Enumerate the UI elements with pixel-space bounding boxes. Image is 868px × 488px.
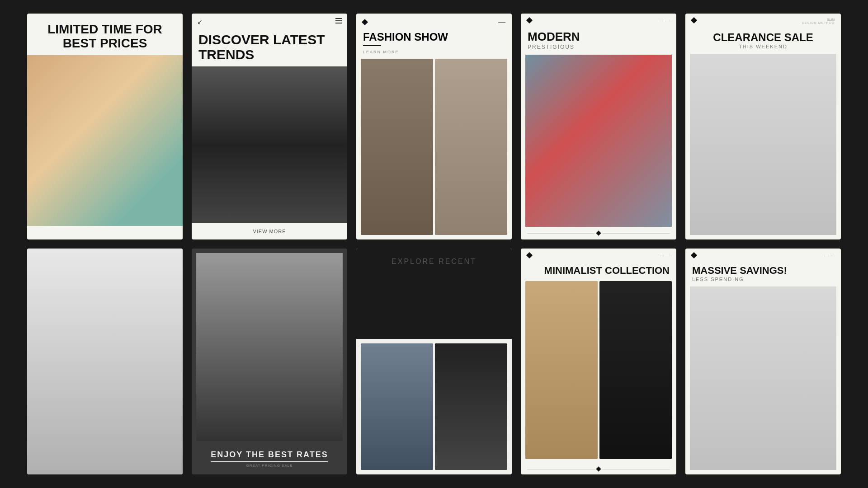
card4-top-bar: — — [521,14,676,28]
card9-top-bar: — — [521,249,676,263]
card9-bottom-bar [521,464,676,474]
card9-deco-line-left [527,469,595,469]
card-dancer[interactable] [27,249,183,474]
card7-title: ENJOY THE BEST RATES [211,450,328,462]
deco-diamond [596,230,601,235]
orange-shirt-photo [690,286,836,470]
card9-meta: — — [660,253,670,258]
card9-title: MINIMALIST COLLECTION [528,265,670,277]
card5-diamond-icon [691,17,697,23]
card9-image-grid [521,281,676,464]
card5-subtitle: THIS WEEKEND [692,44,834,49]
card5-meta-block: SLIM DESIGN METHOD [802,18,835,24]
card10-text-area: MASSIVE SAVINGS! LESS SPENDING [685,263,841,286]
card7-subtitle: GREAT PRICING SALE [198,464,340,468]
card5-top-bar: SLIM DESIGN METHOD [685,14,841,29]
card1-text-area: LIMITED TIME FOR BEST PRICES [27,14,183,55]
card7-image [196,253,343,441]
card4-text-area: MODERN PRESTIGIOUS [521,28,676,55]
card4-diamond-icon [526,17,533,23]
card1-bottom [27,226,183,239]
card-modern[interactable]: — — MODERN PRESTIGIOUS [521,14,676,239]
card7-text-area: ENJOY THE BEST RATES GREAT PRICING SALE [192,446,347,474]
fashion-photo-right [435,59,507,235]
dots-icon: — [498,18,505,26]
card2-text-area: DISCOVER LATEST TRENDS [192,30,347,66]
woman-sunglasses-photo [27,55,183,226]
card4-image [525,55,672,227]
bw-woman-photo [192,66,347,223]
card3-image-grid [356,59,512,239]
woman-dark-photo [435,343,507,470]
card5-meta-text: DESIGN METHOD [802,21,835,24]
card1-title: LIMITED TIME FOR BEST PRICES [36,23,174,51]
main-grid: LIMITED TIME FOR BEST PRICES ↙ DISCOVER … [0,0,868,488]
deco-line-left [527,233,594,234]
deco-line-right [603,233,670,234]
card3-subtitle: LEARN MORE [363,50,505,54]
card8-top-section: EXPLORE RECENT [356,249,512,339]
card-explore[interactable]: EXPLORE RECENT [356,249,512,474]
card5-meta-label1: SLIM [802,18,835,21]
card9-text-area: MINIMALIST COLLECTION [521,263,676,281]
card4-bottom-deco [521,227,676,239]
diamond-icon [362,19,368,25]
card-discover[interactable]: ↙ DISCOVER LATEST TRENDS View More [192,14,347,239]
card2-image [192,66,347,223]
card1-image [27,55,183,226]
card3-text-area: FASHION SHOW LEARN MORE [356,31,512,59]
arrow-icon: ↙ [197,18,203,25]
card9-diamond-icon [526,252,533,258]
card6-image [27,249,183,474]
usa-girl-photo [690,54,836,235]
card2-title: DISCOVER LATEST TRENDS [198,32,340,62]
card-clearance[interactable]: SLIM DESIGN METHOD CLEARANCE SALE THIS W… [685,14,841,239]
card10-image [690,286,836,470]
card3-top-bar: — [356,14,512,31]
city-photo [525,55,672,227]
card-rates[interactable]: ENJOY THE BEST RATES GREAT PRICING SALE [192,249,347,474]
card5-image [690,54,836,235]
card10-diamond-icon [691,252,697,258]
fashion-photo-left [361,59,433,235]
card4-subtitle: PRESTIGIOUS [528,44,670,50]
card10-meta: — — [824,253,835,258]
card10-subtitle: LESS SPENDING [692,277,834,282]
card8-image-grid [356,339,512,474]
jumper-photo [196,253,343,441]
dancer-photo [27,249,183,474]
card5-title: CLEARANCE SALE [692,31,834,44]
camel-coat-photo [525,281,598,459]
menu-icon [335,18,342,25]
man-cap-photo [361,343,433,470]
card9-deco-line-right [602,469,670,469]
card-limited-time[interactable]: LIMITED TIME FOR BEST PRICES [27,14,183,239]
dark-woman-photo [599,281,672,459]
card-fashion-show[interactable]: — FASHION SHOW LEARN MORE [356,14,512,239]
card4-title: MODERN [528,30,670,44]
card3-title: FASHION SHOW [363,31,505,43]
card10-top-bar: — — [685,249,841,263]
card10-title: MASSIVE SAVINGS! [692,265,834,277]
card9-deco-diamond [596,466,601,471]
card2-top-icons: ↙ [192,14,347,30]
card2-view-more[interactable]: View More [192,223,347,239]
card4-meta: — — [658,18,670,23]
card-savings[interactable]: — — MASSIVE SAVINGS! LESS SPENDING [685,249,841,474]
card8-title: EXPLORE RECENT [363,258,505,266]
card-minimalist[interactable]: — — MINIMALIST COLLECTION [521,249,676,474]
card5-text-area: CLEARANCE SALE THIS WEEKEND [685,29,841,54]
title-underline [363,45,381,46]
